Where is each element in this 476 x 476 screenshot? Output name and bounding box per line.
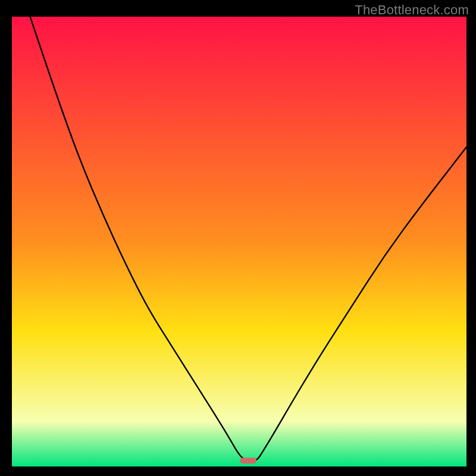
watermark-text: TheBottleneck.com	[355, 2, 469, 18]
plot-background	[12, 17, 466, 466]
bottleneck-chart	[0, 0, 476, 476]
optimal-point-marker	[240, 458, 256, 464]
chart-frame: TheBottleneck.com	[0, 0, 476, 476]
